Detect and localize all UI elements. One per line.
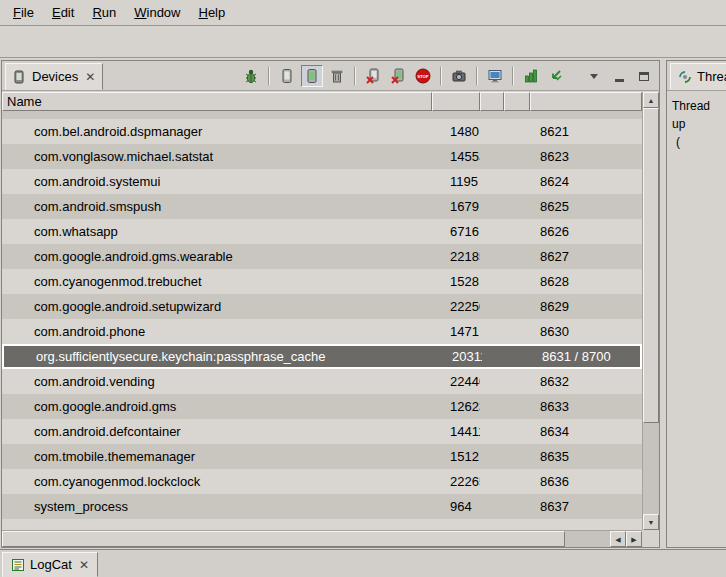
partial-row bbox=[2, 111, 642, 119]
device-name: org.sufficientlysecure.keychain:passphra… bbox=[4, 349, 434, 364]
device-pid: 1528 bbox=[432, 274, 480, 289]
threads-message: Thread up ( bbox=[667, 91, 726, 151]
device-name: com.android.defcontainer bbox=[2, 424, 432, 439]
devices-tab-label: Devices bbox=[32, 69, 78, 84]
device-icon[interactable] bbox=[276, 65, 298, 87]
table-row[interactable]: com.android.vending 22440 8632 bbox=[2, 369, 642, 394]
disconnect-device-icon[interactable] bbox=[362, 65, 384, 87]
cause-gc-icon[interactable] bbox=[545, 65, 567, 87]
device-port: 8636 bbox=[530, 474, 642, 489]
menu-window[interactable]: Window bbox=[125, 2, 189, 24]
device-pid: 22440 bbox=[432, 374, 480, 389]
table-row[interactable]: com.cyanogenmod.lockclock 22265 8636 bbox=[2, 469, 642, 494]
scroll-left-icon[interactable]: ◀ bbox=[610, 531, 626, 547]
column-header-3[interactable] bbox=[480, 92, 504, 111]
table-row[interactable]: com.android.smspush 1679 8625 bbox=[2, 194, 642, 219]
menu-help[interactable]: Help bbox=[189, 2, 234, 24]
horizontal-scrollbar[interactable]: ◀ ▶ bbox=[2, 530, 642, 547]
device-port: 8637 bbox=[530, 499, 642, 514]
scroll-right-icon[interactable]: ▶ bbox=[626, 531, 642, 547]
tab-devices[interactable]: Devices ✕ bbox=[5, 63, 103, 90]
menu-edit[interactable]: Edit bbox=[43, 2, 83, 24]
device-pid: 22250 bbox=[432, 299, 480, 314]
table-row[interactable]: com.android.defcontainer 14411 8634 bbox=[2, 419, 642, 444]
menubar: File Edit Run Window Help bbox=[0, 0, 726, 26]
device-name: com.google.android.gms bbox=[2, 399, 432, 414]
device-name: com.whatsapp bbox=[2, 224, 432, 239]
column-header-port[interactable] bbox=[530, 92, 642, 111]
menu-run[interactable]: Run bbox=[83, 2, 125, 24]
device-port: 8621 bbox=[530, 124, 642, 139]
vscroll-thumb[interactable] bbox=[643, 108, 659, 423]
debug-process-icon[interactable] bbox=[240, 65, 262, 87]
device-pid: 20311 bbox=[434, 349, 482, 364]
device-port: 8630 bbox=[530, 324, 642, 339]
menu-file[interactable]: File bbox=[4, 2, 43, 24]
maximize-icon[interactable] bbox=[633, 65, 655, 87]
device-name: system_process bbox=[2, 499, 432, 514]
table-row[interactable]: com.google.android.gms.wearable 22185 86… bbox=[2, 244, 642, 269]
device-table-body: com.bel.android.dspmanager 1480 8621 com… bbox=[2, 111, 642, 530]
toolbar-separator bbox=[440, 67, 442, 85]
device-port: 8634 bbox=[530, 424, 642, 439]
close-icon[interactable]: ✕ bbox=[77, 558, 89, 572]
logcat-tab-label: LogCat bbox=[30, 557, 72, 572]
device-name: com.android.phone bbox=[2, 324, 432, 339]
device-name: com.cyanogenmod.trebuchet bbox=[2, 274, 432, 289]
vertical-scrollbar[interactable]: ▲ ▼ bbox=[642, 92, 659, 530]
close-icon[interactable]: ✕ bbox=[83, 70, 95, 84]
screenshot-camera-icon[interactable] bbox=[448, 65, 470, 87]
device-port: 8626 bbox=[530, 224, 642, 239]
table-row[interactable]: com.vonglasow.michael.satstat 14553 8623 bbox=[2, 144, 642, 169]
threads-panel: Threa Thread up ( bbox=[666, 60, 726, 548]
stop-process-icon[interactable]: STOP bbox=[412, 65, 434, 87]
device-online-icon[interactable] bbox=[301, 65, 323, 87]
toolbar-separator bbox=[512, 67, 514, 85]
table-row[interactable]: system_process 964 8637 bbox=[2, 494, 642, 519]
scrollbar-corner bbox=[642, 530, 659, 547]
tab-logcat[interactable]: LogCat ✕ bbox=[2, 552, 98, 577]
device-port: 8629 bbox=[530, 299, 642, 314]
device-pid: 1195 bbox=[432, 174, 480, 189]
table-row[interactable]: com.tmobile.thememanager 1512 8635 bbox=[2, 444, 642, 469]
view-menu-chevron-icon[interactable] bbox=[583, 65, 605, 87]
table-row[interactable]: com.google.android.gms 12623 8633 bbox=[2, 394, 642, 419]
screen-capture-icon[interactable] bbox=[484, 65, 506, 87]
device-name: com.android.systemui bbox=[2, 174, 432, 189]
device-port: 8625 bbox=[530, 199, 642, 214]
minimize-icon[interactable] bbox=[608, 65, 630, 87]
logcat-tab-icon bbox=[11, 558, 25, 572]
column-header-pid[interactable] bbox=[432, 92, 480, 111]
device-pid: 22185 bbox=[432, 249, 480, 264]
table-row[interactable]: com.android.phone 1471 8630 bbox=[2, 319, 642, 344]
heap-update-icon[interactable] bbox=[520, 65, 542, 87]
table-row[interactable]: com.bel.android.dspmanager 1480 8621 bbox=[2, 119, 642, 144]
column-header-4[interactable] bbox=[504, 92, 530, 111]
scroll-up-icon[interactable]: ▲ bbox=[643, 92, 659, 108]
device-pid: 1480 bbox=[432, 124, 480, 139]
column-header-name[interactable]: Name bbox=[2, 92, 432, 111]
table-row[interactable]: com.cyanogenmod.trebuchet 1528 8628 bbox=[2, 269, 642, 294]
threads-message-line1: Thread up bbox=[672, 97, 726, 133]
table-row[interactable]: com.google.android.setupwizard 22250 862… bbox=[2, 294, 642, 319]
tab-threads[interactable]: Threa bbox=[670, 63, 726, 90]
device-name: com.google.android.setupwizard bbox=[2, 299, 432, 314]
trash-icon[interactable] bbox=[326, 65, 348, 87]
hscroll-thumb[interactable] bbox=[2, 531, 565, 547]
table-header: Name bbox=[2, 92, 642, 111]
device-pid: 14411 bbox=[432, 424, 480, 439]
scroll-down-icon[interactable]: ▼ bbox=[643, 514, 659, 530]
device-name: com.google.android.gms.wearable bbox=[2, 249, 432, 264]
reset-adb-icon[interactable] bbox=[387, 65, 409, 87]
device-name: com.bel.android.dspmanager bbox=[2, 124, 432, 139]
table-row[interactable]: org.sufficientlysecure.keychain:passphra… bbox=[2, 344, 642, 369]
main-toolbar bbox=[0, 27, 726, 58]
device-name: com.android.vending bbox=[2, 374, 432, 389]
table-row[interactable]: com.android.systemui 1195 8624 bbox=[2, 169, 642, 194]
device-name: com.cyanogenmod.lockclock bbox=[2, 474, 432, 489]
device-port: 8624 bbox=[530, 174, 642, 189]
table-row[interactable]: com.whatsapp 6716 8626 bbox=[2, 219, 642, 244]
devices-panel: Devices ✕ bbox=[1, 60, 660, 548]
svg-text:STOP: STOP bbox=[417, 74, 429, 79]
device-pid: 14553 bbox=[432, 149, 480, 164]
